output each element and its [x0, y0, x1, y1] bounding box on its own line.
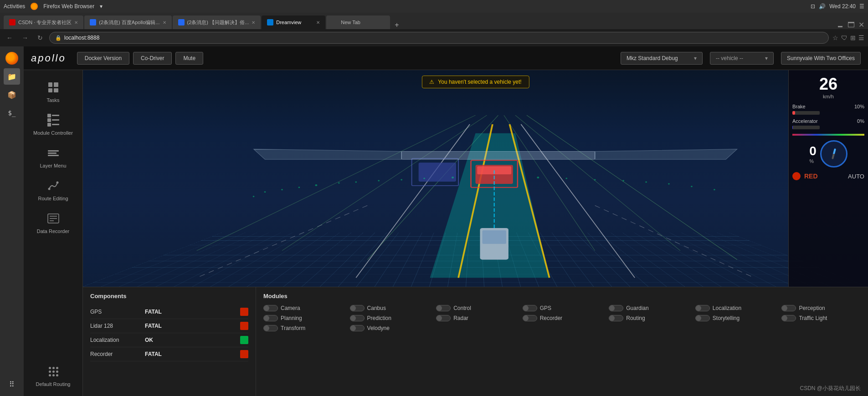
- module-toggle-prediction[interactable]: [350, 315, 365, 321]
- svg-line-15: [356, 124, 470, 278]
- module-item-localization[interactable]: Localization: [695, 305, 775, 311]
- docker-version-button[interactable]: Docker Version: [77, 52, 129, 65]
- shield-button[interactable]: 🛡: [841, 34, 847, 41]
- browser-name-label[interactable]: Firefox Web Browser: [43, 3, 94, 10]
- forward-button[interactable]: →: [19, 32, 31, 43]
- mode-dropdown[interactable]: Mkz Standard Debug ▾: [621, 52, 703, 65]
- module-label-radar: Radar: [453, 315, 468, 321]
- module-toggle-canbus[interactable]: [350, 305, 365, 311]
- reload-button[interactable]: ↻: [35, 32, 46, 43]
- module-item-radar[interactable]: Radar: [436, 315, 515, 321]
- tab-dreamview[interactable]: Dreamview✕: [262, 15, 325, 29]
- module-item-velodyne[interactable]: Velodyne: [350, 325, 429, 331]
- module-toggle-gps[interactable]: [523, 305, 537, 311]
- os-sidebar-firefox[interactable]: [4, 50, 20, 66]
- os-bar-left: Activities Firefox Web Browser ▾: [4, 3, 103, 10]
- module-toggle-transform[interactable]: [263, 325, 278, 331]
- map-label: Sunnyvale With Two Offices: [781, 52, 861, 65]
- module-item-canbus[interactable]: Canbus: [350, 305, 429, 311]
- apollo-nav: Tasks: [24, 70, 83, 396]
- module-toggle-guardian[interactable]: [609, 305, 623, 311]
- vehicle-alert: ⚠ You haven't selected a vehicle yet!: [421, 76, 529, 88]
- browser-menu-arrow[interactable]: ▾: [100, 3, 103, 10]
- window-maximize-btn[interactable]: 🗖: [847, 21, 855, 29]
- os-sidebar-files[interactable]: 📁: [4, 68, 20, 85]
- module-item-recorder[interactable]: Recorder: [523, 315, 602, 321]
- svg-point-46: [668, 183, 670, 184]
- module-toggle-planning[interactable]: [263, 315, 278, 321]
- vehicle-dropdown[interactable]: -- vehicle -- ▾: [710, 52, 774, 65]
- back-button[interactable]: ←: [4, 32, 15, 43]
- extensions-button[interactable]: ⊞: [850, 34, 856, 41]
- vehicle-dropdown-label: -- vehicle --: [716, 55, 743, 61]
- module-toggle-localization[interactable]: [695, 305, 710, 311]
- module-item-perception[interactable]: Perception: [781, 305, 861, 311]
- nav-icons: ☆ 🛡 ⊞ ☰: [832, 34, 864, 41]
- module-toggle-perception[interactable]: [781, 305, 796, 311]
- tab-close-dreamview[interactable]: ✕: [316, 20, 320, 25]
- module-toggle-control[interactable]: [436, 305, 451, 311]
- co-driver-button[interactable]: Co-Driver: [133, 52, 172, 65]
- module-toggle-recorder[interactable]: [523, 315, 537, 321]
- module-item-routing[interactable]: Routing: [609, 315, 688, 321]
- svg-point-33: [298, 187, 300, 188]
- component-dot-localization: [240, 336, 248, 344]
- module-knob-routing: [609, 315, 615, 321]
- nav-item-default-routing[interactable]: Default Routing: [28, 360, 78, 391]
- module-toggle-routing[interactable]: [609, 315, 623, 321]
- module-toggle-velodyne[interactable]: [350, 325, 365, 331]
- mute-button[interactable]: Mute: [175, 52, 203, 65]
- tab-baidu1[interactable]: (2条消息) 百度Apollo编辑...✕: [84, 15, 171, 29]
- nav-item-route-editing[interactable]: Route Editing: [28, 174, 78, 205]
- module-item-camera[interactable]: Camera: [263, 305, 343, 311]
- os-bar-right: ⊡ 🔊 Wed 22:40 ☰: [811, 3, 864, 10]
- os-sidebar-terminal[interactable]: $_: [4, 105, 20, 121]
- module-item-control[interactable]: Control: [436, 305, 515, 311]
- tab-baidu2[interactable]: (2条消息) 【问题解决】俗...✕: [173, 15, 261, 29]
- os-sidebar-dots[interactable]: ⠿: [4, 376, 20, 392]
- module-toggle-traffic-light[interactable]: [781, 315, 796, 321]
- tab-csdn1[interactable]: CSDN · 专业开发者社区✕: [4, 15, 83, 29]
- nav-item-layer-menu[interactable]: Layer Menu: [28, 141, 78, 172]
- tab-newtab[interactable]: New Tab: [326, 15, 390, 29]
- module-item-gps[interactable]: GPS: [523, 305, 602, 311]
- module-item-guardian[interactable]: Guardian: [609, 305, 688, 311]
- svg-line-14: [509, 124, 549, 278]
- window-close-btn[interactable]: ✕: [858, 20, 864, 29]
- modules-title: Modules: [263, 293, 861, 300]
- window-minimize-btn[interactable]: 🗕: [837, 21, 844, 29]
- module-toggle-radar[interactable]: [436, 315, 451, 321]
- svg-point-39: [423, 178, 425, 179]
- os-sidebar: 📁 📦 $_ ⠿: [0, 46, 24, 396]
- new-tab-button[interactable]: +: [391, 21, 402, 29]
- module-toggle-camera[interactable]: [263, 305, 278, 311]
- tab-close-csdn1[interactable]: ✕: [74, 20, 78, 25]
- speed-unit: km/h: [792, 94, 864, 99]
- module-knob-storytelling: [696, 315, 701, 321]
- module-item-prediction[interactable]: Prediction: [350, 315, 429, 321]
- module-knob-recorder: [523, 315, 529, 321]
- nav-item-module-controller[interactable]: Module Controller: [28, 108, 78, 139]
- module-item-traffic-light[interactable]: Traffic Light: [781, 315, 861, 321]
- tab-close-baidu1[interactable]: ✕: [163, 20, 166, 25]
- module-item-transform[interactable]: Transform: [263, 325, 343, 331]
- route-editing-label: Route Editing: [38, 196, 68, 201]
- nav-item-tasks[interactable]: Tasks: [28, 76, 78, 107]
- star-button[interactable]: ☆: [832, 34, 838, 41]
- menu-button[interactable]: ☰: [858, 34, 864, 41]
- module-item-storytelling[interactable]: Storytelling: [695, 315, 775, 321]
- module-item-planning[interactable]: Planning: [263, 315, 343, 321]
- module-controller-icon: [45, 112, 62, 128]
- activities-label[interactable]: Activities: [4, 3, 25, 10]
- apollo-logo: apollo: [31, 52, 66, 64]
- tab-close-baidu2[interactable]: ✕: [252, 20, 255, 25]
- url-bar[interactable]: 🔒 localhost:8888: [49, 32, 829, 44]
- datetime-label: Wed 22:40: [829, 3, 856, 10]
- module-controller-label: Module Controller: [33, 130, 73, 136]
- default-routing-icon: [45, 363, 62, 380]
- viewport-3d[interactable]: ⚠ You haven't selected a vehicle yet!: [83, 70, 868, 287]
- svg-point-1: [48, 188, 50, 190]
- os-sidebar-package[interactable]: 📦: [4, 86, 20, 103]
- module-toggle-storytelling[interactable]: [695, 315, 710, 321]
- nav-item-data-recorder[interactable]: Data Recorder: [28, 207, 78, 238]
